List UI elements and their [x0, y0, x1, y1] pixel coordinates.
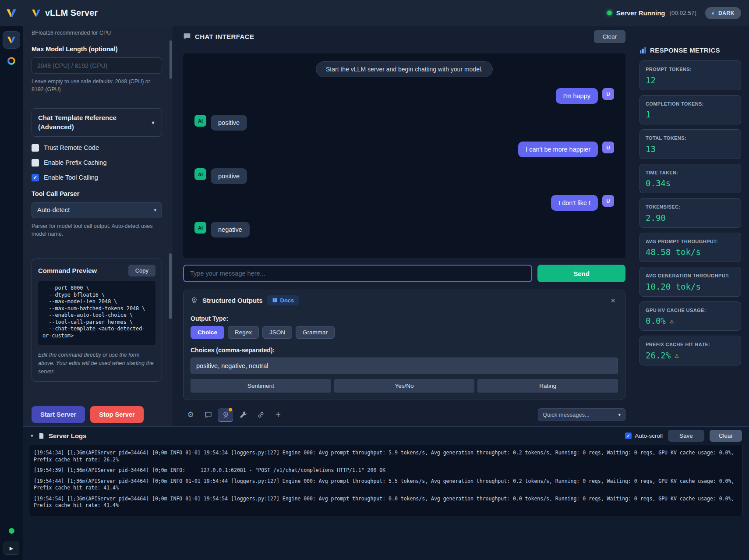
- structured-outputs-title: Structured Outputs: [202, 297, 263, 304]
- checkbox-box[interactable]: ✓: [625, 432, 632, 439]
- stop-server-button[interactable]: Stop Server: [90, 406, 143, 423]
- metric-value: 1: [646, 110, 650, 119]
- chat-template-reference-toggle[interactable]: Chat Template Reference (Advanced) ▼: [32, 108, 162, 137]
- left-icon-rail: ▶: [0, 26, 23, 560]
- response-metrics-title: RESPONSE METRICS: [650, 46, 720, 54]
- checkbox-box[interactable]: [32, 159, 39, 167]
- message-bubble: positive: [211, 115, 247, 131]
- chat-messages-area[interactable]: Start the vLLM server and begin chatting…: [183, 53, 625, 258]
- log-line: [19:54:54] [1;36m(APIServer pid=34464) […: [34, 496, 738, 509]
- notification-dot: [229, 408, 232, 411]
- auto-scroll-checkbox[interactable]: ✓ Auto-scroll: [625, 432, 663, 439]
- log-line: [19:54:44] [1;36m(APIServer pid=34464) […: [34, 478, 738, 492]
- docs-link[interactable]: Docs: [267, 295, 299, 305]
- user-avatar: U: [602, 88, 614, 100]
- output-type-regex-button[interactable]: Regex: [228, 326, 259, 339]
- command-preview-card: Command Preview Copy --port 8000 \ --dty…: [32, 259, 162, 382]
- brand: vLLM Server: [31, 8, 98, 18]
- metric-card: AVG PROMPT THROUGHPUT: 48.58 tok/s: [639, 233, 741, 262]
- add-icon-button[interactable]: +: [271, 408, 286, 421]
- auto-scroll-label: Auto-scroll: [635, 432, 663, 439]
- code-scrollbar[interactable]: [170, 40, 172, 79]
- preset-sentiment-button[interactable]: Sentiment: [191, 379, 331, 393]
- output-type-grammar-button[interactable]: Grammar: [296, 326, 335, 339]
- document-icon: [38, 432, 45, 439]
- quick-messages-placeholder: Quick messages...: [543, 411, 590, 418]
- chat-icon-button[interactable]: [201, 408, 216, 421]
- send-button[interactable]: Send: [537, 265, 625, 282]
- message-row-ai: AI positive: [194, 115, 247, 131]
- close-structured-outputs-button[interactable]: ×: [608, 296, 618, 305]
- expand-panel-button[interactable]: ▶: [4, 542, 19, 555]
- preset-yesno-button[interactable]: Yes/No: [334, 379, 475, 393]
- target-icon: [191, 297, 198, 304]
- output-type-choice-button[interactable]: Choice: [191, 326, 224, 339]
- message-input[interactable]: [183, 265, 532, 282]
- ai-avatar: AI: [194, 168, 206, 180]
- chat-interface-title: CHAT INTERFACE: [195, 33, 254, 40]
- tool-call-parser-select[interactable]: Auto-detect ▾: [32, 202, 162, 218]
- settings-icon-button[interactable]: ⚙: [183, 408, 198, 421]
- enable-tool-calling-checkbox[interactable]: ✓ Enable Tool Calling: [32, 174, 162, 181]
- checkbox-box[interactable]: ✓: [32, 174, 39, 181]
- metric-card: TOTAL TOKENS: 13: [639, 129, 741, 159]
- theme-toggle-label: DARK: [718, 10, 735, 16]
- metric-card: GPU KV CACHE USAGE: 0.0% ⚠: [639, 301, 741, 331]
- message-row-user: I can't be more happier U: [518, 142, 614, 157]
- metric-label: PROMPT TOKENS:: [646, 66, 735, 73]
- chat-main-panel: CHAT INTERFACE Clear Start the vLLM serv…: [173, 26, 636, 426]
- enable-prefix-caching-checkbox[interactable]: Enable Prefix Caching: [32, 159, 162, 167]
- structured-outputs-icon-button[interactable]: [218, 408, 233, 421]
- metric-value: 13: [646, 144, 656, 154]
- clear-chat-button[interactable]: Clear: [594, 30, 625, 43]
- server-logs-panel: ▼ Server Logs ✓ Auto-scroll Save Clear: [23, 426, 749, 560]
- user-avatar: U: [602, 142, 614, 153]
- app-logo-icon: [6, 7, 17, 19]
- gradient-ring-icon: [7, 57, 15, 65]
- message-bubble: positive: [211, 168, 247, 184]
- wrench-icon: [240, 411, 247, 418]
- max-model-length-help: Leave empty to use safe defaults: 2048 (…: [32, 78, 162, 93]
- server-logs-collapse-caret[interactable]: ▼: [30, 433, 34, 438]
- check-icon: ✓: [33, 174, 37, 181]
- play-icon: ▶: [10, 546, 13, 551]
- book-icon: [272, 298, 278, 303]
- quick-messages-select[interactable]: Quick messages... ▾: [538, 408, 625, 421]
- tool-call-parser-help: Parser for model tool call output. Auto-…: [32, 222, 162, 238]
- theme-toggle-button[interactable]: ◐ DARK: [705, 7, 741, 19]
- metric-label: AVG PROMPT THROUGHPUT:: [646, 238, 735, 245]
- link-icon-button[interactable]: [253, 408, 268, 421]
- start-server-button[interactable]: Start Server: [32, 406, 85, 423]
- message-row-ai: AI positive: [194, 168, 247, 184]
- preset-rating-button[interactable]: Rating: [477, 379, 618, 393]
- output-type-label: Output Type:: [191, 315, 618, 322]
- trust-remote-code-checkbox[interactable]: Trust Remote Code: [32, 144, 162, 152]
- link-icon: [257, 411, 265, 418]
- chevron-down-icon: ▾: [154, 207, 156, 213]
- clear-logs-button[interactable]: Clear: [710, 430, 742, 442]
- message-bubble: negative: [211, 222, 250, 237]
- metric-card: TOKENS/SEC: 2.90: [639, 198, 741, 228]
- sidebar-scrollbar[interactable]: [169, 253, 172, 319]
- target-icon: [222, 411, 230, 418]
- checkbox-box[interactable]: [32, 144, 39, 152]
- max-model-length-input[interactable]: [32, 57, 162, 74]
- chat-bubble-icon: [205, 411, 212, 418]
- choices-input[interactable]: [191, 358, 618, 374]
- log-line: [19:54:34] [1;36m(APIServer pid=34464) […: [34, 450, 738, 463]
- save-logs-button[interactable]: Save: [668, 430, 704, 442]
- vllm-logo-icon: [31, 8, 41, 18]
- metric-label: COMPLETION TOKENS:: [646, 100, 735, 108]
- server-logs-output[interactable]: [19:54:34] [1;36m(APIServer pid=34464) […: [29, 445, 743, 516]
- metric-card: PREFIX CACHE HIT RATE: 26.2% ⚠: [639, 336, 741, 365]
- command-preview-code[interactable]: --port 8000 \ --dtype bfloat16 \ --max-m…: [38, 281, 155, 345]
- structured-outputs-panel: Structured Outputs Docs × Output Type:: [183, 290, 625, 400]
- metric-card: PROMPT TOKENS: 12: [639, 60, 741, 90]
- copy-button[interactable]: Copy: [128, 265, 155, 276]
- checkbox-label: Enable Prefix Caching: [44, 159, 106, 166]
- rail-vllm-tab[interactable]: [3, 32, 20, 48]
- output-type-json-button[interactable]: JSON: [262, 326, 292, 339]
- metric-label: GPU KV CACHE USAGE:: [646, 307, 735, 314]
- rail-secondary-tab[interactable]: [3, 53, 20, 69]
- tools-icon-button[interactable]: [236, 408, 251, 421]
